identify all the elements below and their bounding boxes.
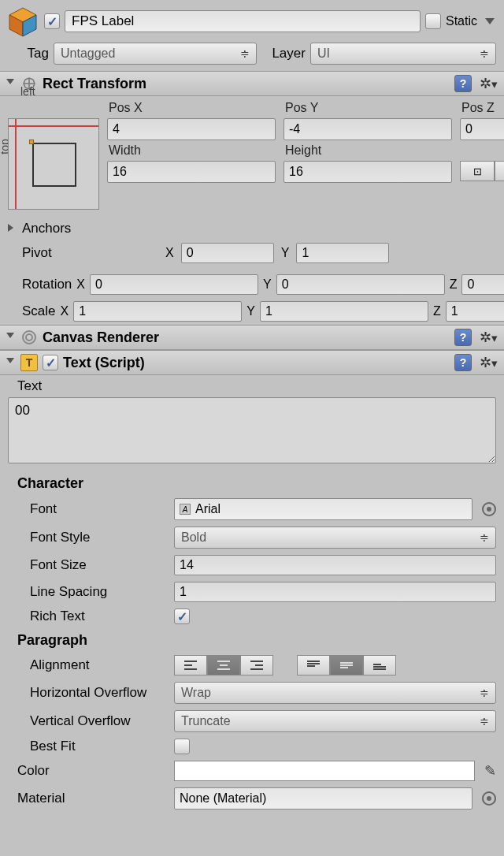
scale-row: Scale X Y Z (0, 298, 504, 325)
width-label: Width (107, 143, 276, 158)
width-input[interactable] (107, 161, 276, 183)
scale-label: Scale (8, 303, 56, 319)
v-overflow-label: Vertical Overflow (8, 713, 169, 729)
v-overflow-dropdown[interactable]: Truncate (174, 710, 496, 732)
eyedropper-icon[interactable]: ✎ (484, 762, 496, 780)
posz-input[interactable] (460, 118, 504, 140)
foldout-icon[interactable] (6, 333, 16, 342)
tag-layer-row: Tag Untagged Layer UI (0, 39, 504, 71)
font-field[interactable]: AArial (174, 498, 472, 520)
static-dropdown-arrow[interactable] (485, 18, 495, 24)
rect-transform-header[interactable]: Rect Transform ? ✲▾ (0, 71, 504, 96)
scale-x-input[interactable] (73, 301, 242, 322)
blueprint-button[interactable]: ⊡ (460, 161, 495, 181)
line-spacing-label: Line Spacing (8, 584, 169, 600)
text-component-icon: T (20, 354, 38, 371)
font-label: Font (8, 501, 169, 517)
align-top-button[interactable] (297, 655, 330, 675)
scale-y-input[interactable] (260, 301, 428, 322)
align-bottom-button[interactable] (363, 655, 396, 675)
object-picker-icon[interactable] (482, 791, 496, 806)
anchors-foldout[interactable]: Anchors (0, 218, 504, 240)
foldout-icon[interactable] (6, 79, 16, 88)
gameobject-name-input[interactable] (65, 10, 421, 32)
color-label: Color (8, 763, 169, 779)
rotation-x-input[interactable] (90, 274, 258, 295)
layer-dropdown[interactable]: UI (310, 43, 496, 65)
best-fit-label: Best Fit (8, 739, 169, 754)
help-icon[interactable]: ? (454, 75, 472, 92)
rotation-z-input[interactable] (461, 274, 504, 295)
text-component-title: Text (Script) (63, 355, 450, 371)
posy-input[interactable] (284, 118, 452, 140)
enabled-checkbox[interactable] (44, 13, 60, 29)
rect-transform-title: Rect Transform (43, 76, 450, 92)
object-picker-icon[interactable] (482, 502, 496, 516)
static-label: Static (446, 14, 477, 28)
anchor-h-label: left (20, 85, 35, 98)
rotation-label: Rotation (8, 277, 72, 292)
alignment-label: Alignment (8, 657, 169, 673)
character-group-label: Character (0, 471, 504, 495)
gear-icon[interactable]: ✲▾ (480, 354, 498, 371)
pivot-row: Pivot X Y (0, 240, 504, 266)
material-label: Material (8, 791, 169, 806)
raw-edit-button[interactable]: R (495, 161, 504, 181)
rich-text-checkbox[interactable] (174, 609, 190, 624)
text-textarea[interactable]: 00 (8, 397, 496, 463)
font-style-dropdown[interactable]: Bold (174, 527, 496, 549)
align-right-button[interactable] (240, 655, 273, 675)
align-middle-button[interactable] (330, 655, 363, 675)
h-overflow-dropdown[interactable]: Wrap (174, 682, 496, 704)
line-spacing-input[interactable] (174, 582, 496, 602)
font-size-input[interactable] (174, 555, 496, 575)
paragraph-group-label: Paragraph (0, 627, 504, 652)
inspector-panel: Static Tag Untagged Layer UI Rect Transf… (0, 0, 504, 813)
pivot-label: Pivot (8, 245, 158, 261)
gear-icon[interactable]: ✲▾ (480, 75, 498, 92)
posx-label: Pos X (107, 101, 276, 115)
posz-label: Pos Z (460, 101, 504, 115)
help-icon[interactable]: ? (454, 354, 472, 371)
height-input[interactable] (284, 161, 452, 183)
rotation-row: Rotation X Y Z (0, 271, 504, 298)
vertical-align-group (297, 655, 396, 675)
posy-label: Pos Y (284, 101, 452, 115)
canvas-renderer-header[interactable]: Canvas Renderer ? ✲▾ (0, 325, 504, 350)
canvas-renderer-title: Canvas Renderer (43, 329, 450, 346)
rotation-y-input[interactable] (276, 274, 445, 295)
best-fit-checkbox[interactable] (174, 739, 190, 754)
gameobject-icon[interactable] (6, 5, 39, 38)
align-center-button[interactable] (207, 655, 240, 675)
tag-dropdown[interactable]: Untagged (54, 43, 257, 65)
canvas-renderer-icon (20, 329, 38, 346)
pivot-y-input[interactable] (296, 243, 389, 263)
gameobject-header: Static (0, 0, 504, 39)
help-icon[interactable]: ? (454, 329, 472, 346)
scale-z-input[interactable] (446, 301, 504, 322)
gear-icon[interactable]: ✲▾ (480, 329, 498, 346)
height-label: Height (284, 143, 452, 158)
material-field[interactable]: None (Material) (174, 787, 472, 809)
color-field[interactable] (174, 761, 475, 781)
h-overflow-label: Horizontal Overflow (8, 685, 169, 701)
font-style-label: Font Style (8, 530, 169, 545)
align-left-button[interactable] (174, 655, 207, 675)
svg-point-3 (23, 331, 35, 344)
font-size-label: Font Size (8, 557, 169, 573)
foldout-icon[interactable] (6, 358, 16, 367)
horizontal-align-group (174, 655, 273, 675)
text-component-header[interactable]: T Text (Script) ? ✲▾ (0, 350, 504, 375)
static-checkbox[interactable] (425, 13, 441, 29)
anchors-label: Anchors (22, 221, 71, 236)
foldout-icon (8, 224, 17, 233)
posx-input[interactable] (107, 118, 276, 140)
rect-transform-body: left top Pos X Pos Y Pos Z Width Height (0, 96, 504, 218)
text-enabled-checkbox[interactable] (43, 355, 58, 370)
layer-label: Layer (261, 46, 306, 61)
anchor-preset-button[interactable] (8, 118, 99, 210)
text-field-label: Text (0, 375, 504, 394)
svg-point-4 (26, 334, 32, 341)
rich-text-label: Rich Text (8, 609, 169, 624)
pivot-x-input[interactable] (181, 243, 274, 263)
